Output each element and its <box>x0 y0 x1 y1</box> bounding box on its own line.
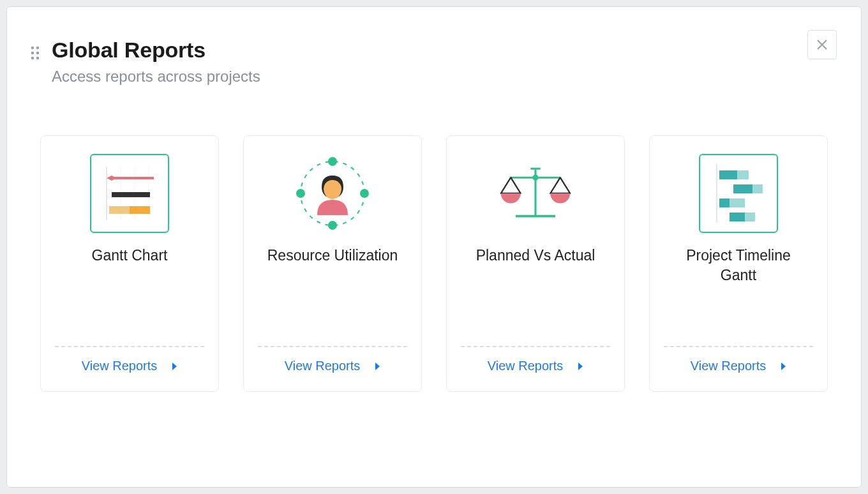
view-reports-label: View Reports <box>691 359 767 373</box>
svg-point-16 <box>324 183 341 199</box>
svg-marker-5 <box>107 176 117 181</box>
drag-handle-icon[interactable] <box>31 47 40 61</box>
panel-title: Global Reports <box>52 38 828 63</box>
report-cards-row: Gantt Chart View Reports <box>40 135 828 392</box>
svg-rect-4 <box>112 177 154 179</box>
svg-point-13 <box>328 221 337 230</box>
report-card-label: Planned Vs Actual <box>472 246 599 285</box>
view-reports-label: View Reports <box>82 359 158 373</box>
chevron-right-icon <box>780 362 786 371</box>
view-reports-link[interactable]: View Reports <box>82 359 178 391</box>
gantt-chart-icon <box>90 154 169 233</box>
card-divider <box>461 346 610 347</box>
chevron-right-icon <box>577 362 583 371</box>
card-divider <box>258 346 407 347</box>
close-icon <box>816 38 828 51</box>
svg-rect-8 <box>109 206 130 214</box>
card-divider <box>664 346 813 347</box>
svg-point-11 <box>328 157 337 166</box>
svg-rect-28 <box>719 170 737 179</box>
svg-point-21 <box>532 175 538 181</box>
report-card-planned-actual: Planned Vs Actual View Reports <box>446 135 625 392</box>
panel-header: Global Reports Access reports across pro… <box>52 38 828 86</box>
svg-rect-32 <box>719 198 730 207</box>
svg-rect-30 <box>733 184 752 193</box>
svg-point-12 <box>360 189 369 198</box>
global-reports-panel: Global Reports Access reports across pro… <box>6 6 862 488</box>
card-divider <box>55 346 204 347</box>
view-reports-link[interactable]: View Reports <box>691 359 787 391</box>
svg-marker-25 <box>578 363 583 370</box>
close-button[interactable] <box>807 30 837 59</box>
svg-rect-34 <box>730 213 745 221</box>
report-card-timeline: Project Timeline Gantt View Reports <box>649 135 828 392</box>
balance-scale-icon <box>496 154 575 233</box>
report-card-label: Gantt Chart <box>88 246 172 285</box>
svg-marker-35 <box>781 363 786 370</box>
chevron-right-icon <box>171 362 177 371</box>
view-reports-link[interactable]: View Reports <box>285 359 381 391</box>
svg-marker-9 <box>172 363 177 370</box>
svg-marker-24 <box>550 177 570 193</box>
view-reports-label: View Reports <box>285 359 361 373</box>
chevron-right-icon <box>374 362 380 371</box>
report-card-label: Project Timeline Gantt <box>664 246 813 285</box>
svg-rect-6 <box>112 192 150 197</box>
timeline-gantt-icon <box>699 154 778 233</box>
svg-marker-23 <box>501 177 521 193</box>
resource-utilization-icon <box>293 154 372 233</box>
svg-marker-17 <box>375 363 380 370</box>
svg-point-14 <box>296 189 305 198</box>
view-reports-link[interactable]: View Reports <box>488 359 584 391</box>
report-card-label: Resource Utilization <box>264 246 402 285</box>
panel-subtitle: Access reports across projects <box>52 68 828 86</box>
report-card-gantt: Gantt Chart View Reports <box>40 135 219 392</box>
report-card-resource: Resource Utilization View Reports <box>243 135 422 392</box>
view-reports-label: View Reports <box>488 359 564 373</box>
